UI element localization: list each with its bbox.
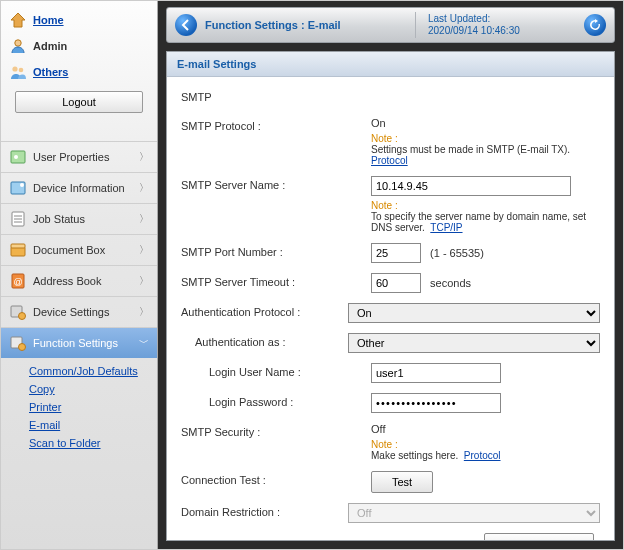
protocol-link[interactable]: Protocol xyxy=(371,155,408,166)
nav-device-information[interactable]: Device Information 〉 xyxy=(1,172,157,203)
function-settings-subnav: Common/Job Defaults Copy Printer E-mail … xyxy=(1,358,157,458)
refresh-button[interactable] xyxy=(584,14,606,36)
auth-as-label: Authentication as : xyxy=(181,333,348,348)
note-text: Make settings here. xyxy=(371,450,458,461)
smtp-server-label: SMTP Server Name : xyxy=(181,176,371,191)
domain-restriction-label: Domain Restriction : xyxy=(181,503,348,518)
subnav-scan-to-folder[interactable]: Scan to Folder xyxy=(29,434,157,452)
auth-as-select[interactable]: Other xyxy=(348,333,600,353)
chevron-right-icon: 〉 xyxy=(139,305,149,319)
user-properties-icon xyxy=(9,148,27,166)
smtp-timeout-input[interactable] xyxy=(371,273,421,293)
note-label: Note : xyxy=(371,133,398,144)
auth-protocol-select[interactable]: On xyxy=(348,303,600,323)
smtp-security-label: SMTP Security : xyxy=(181,423,371,438)
svg-point-16 xyxy=(19,313,26,320)
auth-protocol-label: Authentication Protocol : xyxy=(181,303,348,318)
domain-list-button[interactable]: Domain List xyxy=(484,533,594,541)
svg-point-6 xyxy=(20,183,24,187)
sidebar-nav: User Properties 〉 Device Information 〉 J… xyxy=(1,141,157,458)
sidebar-home[interactable]: Home xyxy=(5,7,153,33)
chevron-right-icon: 〉 xyxy=(139,212,149,226)
nav-function-settings[interactable]: Function Settings ﹀ xyxy=(1,327,157,358)
note-label: Note : xyxy=(371,439,398,450)
subnav-printer[interactable]: Printer xyxy=(29,398,157,416)
smtp-protocol-label: SMTP Protocol : xyxy=(181,117,371,132)
job-status-icon xyxy=(9,210,27,228)
address-book-icon: @ xyxy=(9,272,27,290)
svg-text:@: @ xyxy=(13,277,22,287)
sidebar: Home Admin Others Logout User Properties… xyxy=(1,1,158,549)
note-label: Note : xyxy=(371,200,398,211)
nav-address-book[interactable]: @Address Book 〉 xyxy=(1,265,157,296)
nav-device-settings[interactable]: Device Settings 〉 xyxy=(1,296,157,327)
sidebar-others[interactable]: Others xyxy=(5,59,153,85)
last-updated: Last Updated: 2020/09/14 10:46:30 xyxy=(422,13,576,37)
subnav-common[interactable]: Common/Job Defaults xyxy=(29,362,157,380)
svg-point-1 xyxy=(12,66,17,71)
smtp-port-label: SMTP Port Number : xyxy=(181,243,371,258)
others-link[interactable]: Others xyxy=(33,66,68,78)
smtp-protocol-value: On xyxy=(371,117,600,129)
home-icon xyxy=(9,11,27,29)
admin-label: Admin xyxy=(33,40,67,52)
smtp-port-hint: (1 - 65535) xyxy=(430,247,484,259)
device-settings-icon xyxy=(9,303,27,321)
tcpip-link[interactable]: TCP/IP xyxy=(430,222,462,233)
others-icon xyxy=(9,63,27,81)
admin-icon xyxy=(9,37,27,55)
svg-point-4 xyxy=(14,155,18,159)
login-pass-input[interactable] xyxy=(371,393,501,413)
document-box-icon xyxy=(9,241,27,259)
chevron-right-icon: 〉 xyxy=(139,150,149,164)
login-user-input[interactable] xyxy=(371,363,501,383)
nav-job-status[interactable]: Job Status 〉 xyxy=(1,203,157,234)
svg-point-2 xyxy=(19,68,24,73)
nav-document-box[interactable]: Document Box 〉 xyxy=(1,234,157,265)
sidebar-admin: Admin xyxy=(5,33,153,59)
svg-point-18 xyxy=(19,344,26,351)
home-link[interactable]: Home xyxy=(33,14,64,26)
chevron-right-icon: 〉 xyxy=(139,274,149,288)
panel-title: E-mail Settings xyxy=(167,52,614,77)
page-title: Function Settings : E-mail xyxy=(205,19,361,31)
smtp-timeout-unit: seconds xyxy=(430,277,471,289)
chevron-right-icon: 〉 xyxy=(139,181,149,195)
page-header: Function Settings : E-mail Last Updated:… xyxy=(166,7,615,43)
smtp-section-title: SMTP xyxy=(181,91,600,103)
test-button[interactable]: Test xyxy=(371,471,433,493)
note-text: To specify the server name by domain nam… xyxy=(371,211,586,233)
nav-user-properties[interactable]: User Properties 〉 xyxy=(1,141,157,172)
logout-button[interactable]: Logout xyxy=(15,91,143,113)
domain-restriction-select: Off xyxy=(348,503,600,523)
chevron-down-icon: ﹀ xyxy=(139,336,149,350)
smtp-security-value: Off xyxy=(371,423,600,435)
smtp-timeout-label: SMTP Server Timeout : xyxy=(181,273,371,288)
device-info-icon xyxy=(9,179,27,197)
login-pass-label: Login Password : xyxy=(181,393,371,408)
svg-rect-12 xyxy=(11,244,25,248)
function-settings-icon xyxy=(9,334,27,352)
subnav-copy[interactable]: Copy xyxy=(29,380,157,398)
chevron-right-icon: 〉 xyxy=(139,243,149,257)
note-text: Settings must be made in SMTP (E-mail TX… xyxy=(371,144,570,155)
smtp-server-input[interactable] xyxy=(371,176,571,196)
login-user-label: Login User Name : xyxy=(181,363,371,378)
protocol-link[interactable]: Protocol xyxy=(464,450,501,461)
connection-test-label: Connection Test : xyxy=(181,471,371,486)
content-panel: E-mail Settings SMTP SMTP Protocol : On … xyxy=(166,51,615,541)
main: Function Settings : E-mail Last Updated:… xyxy=(158,1,623,549)
back-button[interactable] xyxy=(175,14,197,36)
subnav-email[interactable]: E-mail xyxy=(29,416,157,434)
svg-point-0 xyxy=(15,40,21,46)
smtp-port-input[interactable] xyxy=(371,243,421,263)
